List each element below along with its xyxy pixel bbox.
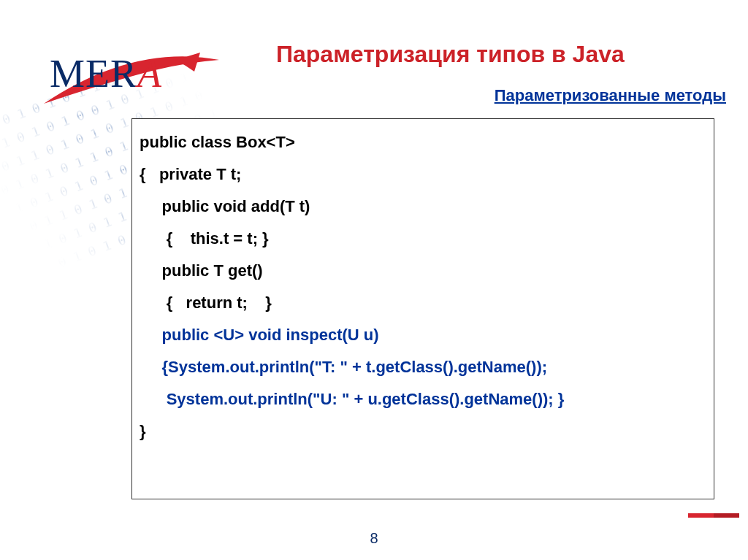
- code-block: public class Box<T> { private T t; publi…: [131, 118, 714, 499]
- code-span: void inspect(U u): [244, 326, 379, 344]
- code-line: System.out.println("U: " + u.getClass().…: [140, 383, 703, 415]
- code-line: public <U> void inspect(U u): [140, 319, 703, 351]
- logo-right: A: [137, 52, 162, 96]
- code-line: {System.out.println("T: " + t.getClass()…: [140, 351, 703, 383]
- slide-subtitle: Параметризованные методы: [495, 86, 726, 105]
- page-number: 8: [0, 530, 748, 547]
- code-line: }: [140, 415, 703, 448]
- logo-text: MERA: [50, 51, 162, 96]
- footer-accent: [688, 513, 739, 518]
- logo-left: MER: [50, 52, 137, 96]
- code-line: { private T t;: [140, 158, 703, 191]
- slide: 1 0 1 0 1 0 1 0 1 1 0 1 0 1 0 0 1 1 0 1 …: [0, 0, 748, 560]
- code-line: public T get(): [140, 255, 703, 287]
- code-span: public: [140, 326, 213, 344]
- code-line: { return t; }: [140, 287, 703, 319]
- code-line: { this.t = t; }: [140, 223, 703, 255]
- code-span: <U>: [213, 326, 244, 344]
- slide-title: Параметризация типов в Java: [276, 41, 729, 68]
- code-line: public class Box<T>: [140, 126, 703, 158]
- code-line: public void add(T t): [140, 191, 703, 223]
